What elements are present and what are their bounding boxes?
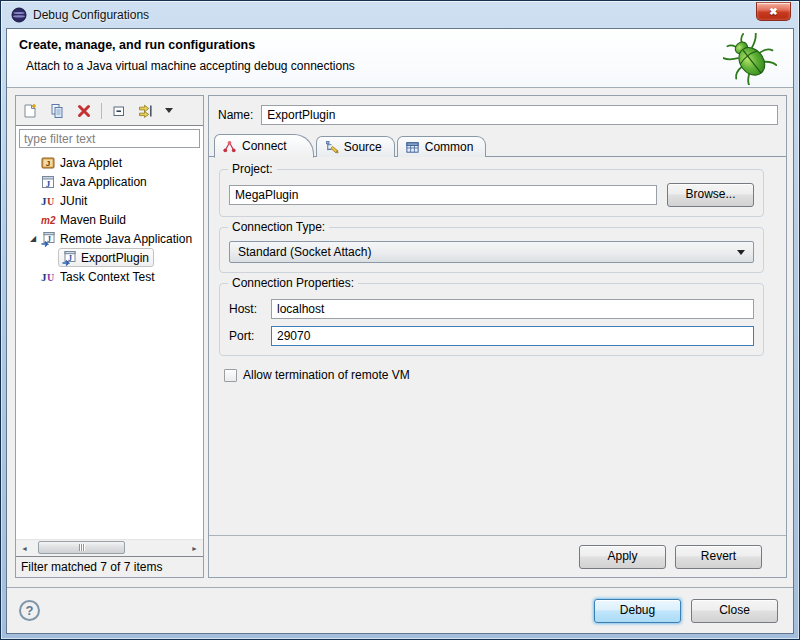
collapse-all-icon[interactable] <box>110 102 128 120</box>
svg-text:J: J <box>68 253 72 262</box>
svg-text:m2: m2 <box>41 215 56 226</box>
tree-item-label: ExportPlugin <box>81 251 149 265</box>
connect-tab-content: Project: Browse... Connection Type: Stan… <box>209 157 786 536</box>
tree-item-java-application[interactable]: J Java Application <box>16 172 203 191</box>
connection-properties-label: Connection Properties: <box>228 276 358 290</box>
connection-properties-group: Connection Properties: Host: Port: <box>219 283 764 356</box>
tree-item-java-applet[interactable]: J Java Applet <box>16 153 203 172</box>
connection-type-dropdown[interactable]: Standard (Socket Attach) <box>229 241 754 263</box>
tab-connect[interactable]: Connect <box>214 134 314 158</box>
connect-tab-icon <box>222 139 237 154</box>
close-window-button[interactable]: ✖ <box>756 2 791 21</box>
connection-type-group: Connection Type: Standard (Socket Attach… <box>219 227 764 273</box>
tree-item-label: Java Applet <box>60 156 122 170</box>
source-tab-icon <box>324 140 339 155</box>
junit-icon: J U <box>40 193 56 209</box>
remote-java-application-icon: J <box>40 231 56 247</box>
toolbar-separator <box>101 103 102 119</box>
titlebar[interactable]: Debug Configurations ✖ <box>1 1 799 28</box>
tree-item-exportplugin[interactable]: J ExportPlugin <box>16 248 203 267</box>
common-tab-icon <box>405 140 420 155</box>
launch-config-sidebar: J Java Applet J Java Application <box>15 95 204 578</box>
name-row: Name: <box>209 96 786 132</box>
name-input[interactable] <box>261 105 778 125</box>
tab-source[interactable]: Source <box>316 136 395 157</box>
config-tree: J Java Applet J Java Application <box>16 150 203 539</box>
tree-item-junit[interactable]: J U JUnit <box>16 191 203 210</box>
svg-text:U: U <box>47 196 54 207</box>
filter-wrap <box>16 126 203 150</box>
debug-button[interactable]: Debug <box>594 599 681 623</box>
revert-button[interactable]: Revert <box>675 545 762 569</box>
scroll-right-icon[interactable]: ► <box>186 540 203 556</box>
filter-status: Filter matched 7 of 7 items <box>16 557 203 577</box>
config-editor-panel: Name: Connect <box>208 95 787 578</box>
tree-item-label: Java Application <box>60 175 147 189</box>
menu-dropdown-icon[interactable] <box>164 102 174 120</box>
java-application-icon: J <box>40 174 56 190</box>
header-subtitle: Attach to a Java virtual machine accepti… <box>19 59 779 73</box>
debug-bug-icon <box>723 33 777 85</box>
help-icon[interactable]: ? <box>19 600 40 621</box>
scroll-left-icon[interactable]: ◄ <box>16 540 33 556</box>
host-input[interactable] <box>271 299 754 319</box>
delete-config-icon[interactable] <box>75 102 93 120</box>
project-group: Project: Browse... <box>219 169 764 217</box>
tab-label: Connect <box>242 139 287 153</box>
config-tree-panel: J Java Applet J Java Application <box>16 125 203 557</box>
svg-text:J: J <box>46 178 51 188</box>
port-input[interactable] <box>271 326 754 346</box>
filter-configs-icon[interactable] <box>137 102 155 120</box>
tree-item-label: Task Context Test <box>60 270 155 284</box>
new-config-icon[interactable] <box>21 102 39 120</box>
project-group-label: Project: <box>228 162 277 176</box>
tab-bar: Connect Source <box>209 132 786 157</box>
host-label: Host: <box>229 302 271 316</box>
allow-termination-label: Allow termination of remote VM <box>243 368 410 382</box>
project-input[interactable] <box>229 185 657 205</box>
tree-item-label: Remote Java Application <box>60 232 192 246</box>
apply-revert-row: Apply Revert <box>209 536 786 577</box>
svg-text:J: J <box>47 234 51 243</box>
name-label: Name: <box>218 108 253 122</box>
maven-build-icon: m2 <box>40 212 56 228</box>
allow-termination-row[interactable]: Allow termination of remote VM <box>224 368 764 382</box>
tree-horizontal-scrollbar: ◄ ► <box>16 539 203 556</box>
header-banner: Create, manage, and run configurations A… <box>7 29 793 88</box>
tree-item-remote-java-application[interactable]: ◢ J Remote Java Application <box>16 229 203 248</box>
config-toolbar <box>16 96 203 125</box>
debug-configurations-window: Debug Configurations ✖ Create, manage, a… <box>0 0 800 640</box>
scrollbar-track[interactable] <box>33 540 186 556</box>
remote-java-application-icon: J <box>61 250 77 266</box>
tree-item-label: JUnit <box>60 194 87 208</box>
apply-button[interactable]: Apply <box>579 545 666 569</box>
close-button[interactable]: Close <box>691 599 778 623</box>
header-title: Create, manage, and run configurations <box>19 38 779 52</box>
window-title: Debug Configurations <box>33 8 149 22</box>
dialog-client-area: Create, manage, and run configurations A… <box>6 28 794 634</box>
duplicate-config-icon[interactable] <box>48 102 66 120</box>
tab-label: Source <box>344 140 382 154</box>
main-area: J Java Applet J Java Application <box>7 88 793 587</box>
port-label: Port: <box>229 329 271 343</box>
connection-type-value: Standard (Socket Attach) <box>238 245 371 259</box>
svg-text:J: J <box>46 159 50 168</box>
browse-button[interactable]: Browse... <box>667 183 754 207</box>
dropdown-arrow-icon <box>737 250 745 255</box>
expand-arrow-icon[interactable]: ◢ <box>26 234 40 243</box>
allow-termination-checkbox[interactable] <box>224 369 237 382</box>
connection-type-label: Connection Type: <box>228 220 329 234</box>
tree-item-task-context-test[interactable]: J U Task Context Test <box>16 267 203 286</box>
tab-label: Common <box>425 140 474 154</box>
svg-text:U: U <box>47 272 54 283</box>
scrollbar-thumb[interactable] <box>38 541 125 554</box>
java-applet-icon: J <box>40 155 56 171</box>
task-context-test-icon: J U <box>40 269 56 285</box>
filter-input[interactable] <box>19 129 200 148</box>
selected-tree-item: J ExportPlugin <box>58 248 154 267</box>
tab-common[interactable]: Common <box>397 136 487 157</box>
tree-item-label: Maven Build <box>60 213 126 227</box>
bottom-button-bar: ? Debug Close <box>7 587 793 633</box>
tree-item-maven-build[interactable]: m2 Maven Build <box>16 210 203 229</box>
eclipse-logo-icon <box>11 7 27 23</box>
